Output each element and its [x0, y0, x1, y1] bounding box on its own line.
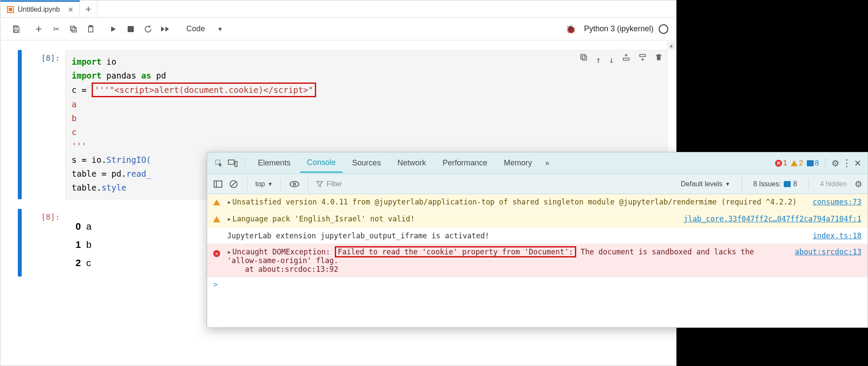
save-icon[interactable] [8, 21, 24, 37]
console-body: ▸Unsatisfied version 4.0.11 from @jupyte… [207, 194, 868, 327]
tab-console[interactable]: Console [300, 154, 343, 173]
cell-selection-bar [18, 50, 22, 199]
svg-marker-29 [317, 181, 323, 187]
error-icon: ✕ [213, 247, 222, 257]
console-message-warning[interactable]: ▸Language pack 'English_Israel' not vali… [207, 211, 868, 228]
code-token: pd [156, 71, 166, 80]
kernel-name[interactable]: Python 3 (ipykernel) [584, 24, 653, 33]
context-selector[interactable]: top ▼ [255, 180, 273, 188]
inspect-icon[interactable] [213, 158, 224, 169]
issue-counts[interactable]: ✕1 2 8 [775, 159, 819, 168]
console-message-error[interactable]: ✕ ▸Uncaught DOMException: Failed to read… [207, 244, 868, 277]
svg-marker-10 [161, 26, 165, 32]
code-token: import [72, 57, 102, 66]
kernel-status-icon[interactable] [659, 24, 668, 34]
highlighted-xss-string: '''"<script>alert(document.cookie)</scri… [92, 82, 316, 97]
source-link[interactable]: jlab_core.33f047ff2c…047ff2ca794a7104f:1 [684, 214, 861, 223]
bug-icon[interactable]: 🐞 [565, 24, 576, 34]
celltype-dropdown[interactable]: Code ▼ [180, 24, 229, 33]
cut-icon[interactable]: ✂ [48, 21, 64, 37]
warning-count-icon [791, 160, 798, 166]
tab-title: Untitled.ipynb [18, 6, 60, 13]
sidebar-toggle-icon[interactable] [212, 178, 224, 190]
svg-rect-1 [9, 8, 12, 11]
svg-rect-5 [70, 26, 75, 30]
console-gear-icon[interactable]: ⚙ [855, 179, 862, 189]
code-token: as [141, 71, 151, 80]
notebook-toolbar: + ✂ Code ▼ 🐞 Python 3 (ipykernel) [0, 18, 676, 40]
svg-line-26 [231, 181, 236, 186]
source-link[interactable]: about:srcdoc:13 [795, 247, 861, 256]
tab-sources[interactable]: Sources [345, 154, 388, 172]
insert-below-icon[interactable] [638, 53, 647, 67]
duplicate-icon[interactable] [579, 53, 588, 67]
paste-icon[interactable] [83, 21, 99, 37]
kebab-icon[interactable]: ⋮ [842, 158, 851, 169]
hidden-count[interactable]: 4 hidden [820, 180, 847, 188]
source-link[interactable]: consumes:73 [812, 198, 861, 206]
chevron-down-icon: ▼ [267, 181, 273, 187]
funnel-icon [316, 181, 323, 188]
cell-toolbar: ↑ ↓ [579, 53, 663, 67]
fast-forward-icon[interactable] [158, 21, 173, 37]
svg-marker-8 [111, 26, 116, 32]
svg-rect-21 [228, 160, 234, 164]
close-icon[interactable]: ✕ [854, 158, 861, 168]
code-token: style [102, 183, 126, 192]
copy-icon[interactable] [66, 21, 81, 37]
console-prompt[interactable]: > [207, 277, 868, 291]
svg-rect-14 [623, 58, 629, 60]
restart-icon[interactable] [140, 21, 156, 37]
filter-placeholder: Filter [327, 180, 342, 188]
scroll-up-icon[interactable]: ▲ [667, 41, 676, 50]
source-link[interactable]: index.ts:18 [812, 231, 861, 240]
device-icon[interactable] [227, 158, 238, 169]
console-filterbar: top ▼ Filter Default levels ▼ 8 Issues: … [207, 174, 868, 194]
code-token: a [72, 97, 661, 111]
message-count-icon [807, 160, 814, 166]
cell-selection-bar [18, 209, 22, 277]
issues-button[interactable]: 8 Issues: 8 [753, 180, 797, 188]
svg-rect-2 [15, 26, 17, 27]
code-token: table. [72, 183, 102, 192]
celltype-label: Code [186, 24, 205, 33]
svg-rect-4 [72, 27, 76, 32]
console-message-log[interactable]: JupyterLab extension jupyterlab_output_i… [207, 228, 868, 244]
error-count-icon: ✕ [775, 160, 782, 167]
code-token: pandas [106, 71, 136, 80]
code-token: StringIO( [106, 155, 151, 165]
svg-rect-13 [581, 54, 585, 59]
tab-add-button[interactable]: + [80, 0, 97, 17]
run-icon[interactable] [106, 21, 121, 37]
svg-rect-9 [128, 26, 134, 32]
tab-performance[interactable]: Performance [436, 154, 494, 172]
stop-icon[interactable] [123, 21, 139, 37]
cell-prompt-in: [8]: [26, 50, 65, 63]
log-levels-dropdown[interactable]: Default levels ▼ [681, 180, 730, 188]
warning-icon [213, 198, 222, 207]
console-message-warning[interactable]: ▸Unsatisfied version 4.0.11 from @jupyte… [207, 194, 868, 211]
move-up-icon[interactable]: ↑ [596, 53, 601, 67]
code-token: ''' [72, 139, 661, 153]
tab-memory[interactable]: Memory [497, 154, 539, 172]
warning-icon [213, 214, 222, 224]
svg-rect-23 [214, 181, 222, 187]
add-cell-icon[interactable]: + [31, 21, 46, 37]
filter-input[interactable]: Filter [316, 180, 677, 188]
tab-network[interactable]: Network [390, 154, 433, 172]
code-token: table = pd. [72, 169, 126, 178]
clear-console-icon[interactable] [228, 178, 239, 190]
svg-rect-3 [15, 30, 18, 32]
tab-elements[interactable]: Elements [251, 154, 297, 172]
tab-close-icon[interactable]: ✕ [68, 6, 73, 14]
move-down-icon[interactable]: ↓ [609, 53, 614, 67]
code-token: read_ [126, 169, 151, 178]
svg-rect-12 [582, 56, 587, 60]
chevron-down-icon: ▼ [217, 26, 223, 33]
insert-above-icon[interactable] [622, 53, 630, 67]
tab-untitled[interactable]: Untitled.ipynb ✕ [0, 0, 80, 17]
gear-icon[interactable]: ⚙ [832, 158, 839, 168]
live-expression-icon[interactable] [289, 178, 300, 190]
delete-icon[interactable] [655, 53, 663, 67]
more-tabs-icon[interactable]: » [541, 158, 553, 168]
